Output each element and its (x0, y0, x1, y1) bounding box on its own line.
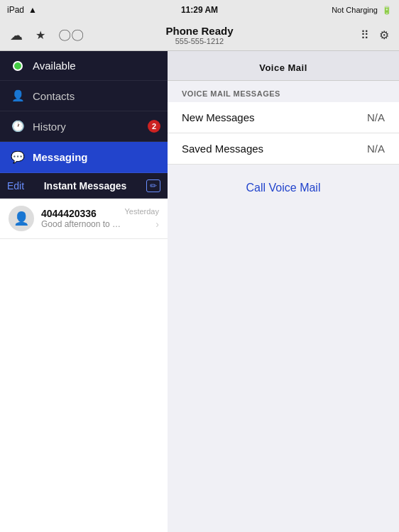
sidebar-item-available[interactable]: Available (0, 51, 168, 81)
green-dot (13, 61, 23, 71)
main-toolbar: ☁ ★ 〇〇 Phone Ready 555-555-1212 ⠿ ⚙ (0, 20, 399, 51)
instant-messages-title: Instant Messages (44, 180, 127, 192)
messaging-toolbar: Edit Instant Messages ✏ (0, 173, 168, 199)
gear-icon[interactable]: ⚙ (379, 28, 389, 42)
message-content: 4044420336 Good afternoon to you as well (41, 208, 124, 229)
toolbar-right: ⠿ ⚙ (361, 28, 389, 42)
saved-messages-label: Saved Messages (182, 143, 263, 155)
message-timestamp: Yesterday (124, 207, 159, 216)
voicemail-icon[interactable]: 〇〇 (58, 27, 84, 44)
avatar: 👤 (9, 206, 34, 231)
message-item[interactable]: 👤 4044420336 Good afternoon to you as we… (0, 199, 168, 239)
status-bar: iPad ▲ 11:29 AM Not Charging 🔋 (0, 0, 399, 20)
message-list: 👤 4044420336 Good afternoon to you as we… (0, 199, 168, 532)
compose-button[interactable]: ✏ (146, 179, 160, 192)
status-right: Not Charging 🔋 (332, 6, 392, 15)
wifi-icon: ▲ (28, 5, 37, 15)
star-icon[interactable]: ★ (35, 28, 45, 42)
grid-icon[interactable]: ⠿ (361, 28, 369, 42)
available-icon (10, 61, 26, 71)
ipad-label: iPad (7, 5, 24, 15)
sidebar-history-label: History (33, 121, 66, 133)
main-layout: Available 👤 Contacts 🕐 History 2 💬 Messa… (0, 51, 399, 532)
compose-icon: ✏ (146, 179, 160, 192)
message-phone: 4044420336 (41, 208, 124, 219)
toolbar-subtitle: 555-555-1212 (165, 37, 233, 45)
new-messages-value: N/A (367, 111, 385, 123)
toolbar-title: Phone Ready (165, 25, 233, 37)
history-icon: 🕐 (10, 120, 26, 133)
saved-messages-value: N/A (367, 143, 385, 155)
chevron-right-icon: › (155, 218, 159, 230)
message-meta: Yesterday › (124, 207, 159, 230)
sidebar-item-history[interactable]: 🕐 History 2 (0, 111, 168, 142)
voicemail-section-label: VOICE MAIL MESSAGES (168, 81, 399, 102)
cloud-icon[interactable]: ☁ (10, 28, 23, 43)
call-voicemail-button[interactable]: Call Voice Mail (168, 182, 399, 194)
avatar-icon: 👤 (13, 211, 29, 226)
new-messages-label: New Messages (182, 111, 255, 123)
not-charging-label: Not Charging (332, 6, 378, 14)
voicemail-row-new: New Messages N/A (168, 102, 399, 133)
sidebar-item-contacts[interactable]: 👤 Contacts (0, 81, 168, 111)
toolbar-left: ☁ ★ 〇〇 (10, 27, 84, 44)
history-badge: 2 (148, 120, 160, 133)
right-panel: Voice Mail VOICE MAIL MESSAGES New Messa… (168, 51, 399, 532)
sidebar-item-messaging[interactable]: 💬 Messaging (0, 142, 168, 173)
sidebar-available-label: Available (33, 60, 76, 72)
contacts-icon: 👤 (10, 89, 26, 102)
messaging-icon: 💬 (10, 150, 26, 164)
sidebar-contacts-label: Contacts (33, 90, 75, 102)
edit-button[interactable]: Edit (7, 180, 24, 192)
toolbar-center: Phone Ready 555-555-1212 (165, 25, 233, 45)
sidebar-messaging-label: Messaging (33, 151, 88, 163)
voicemail-row-saved: Saved Messages N/A (168, 133, 399, 165)
battery-icon: 🔋 (382, 6, 392, 15)
message-preview: Good afternoon to you as well (41, 219, 124, 229)
sidebar: Available 👤 Contacts 🕐 History 2 💬 Messa… (0, 51, 168, 532)
voicemail-header: Voice Mail (168, 51, 399, 81)
status-time: 11:29 AM (181, 5, 218, 15)
status-left: iPad ▲ (7, 5, 37, 15)
